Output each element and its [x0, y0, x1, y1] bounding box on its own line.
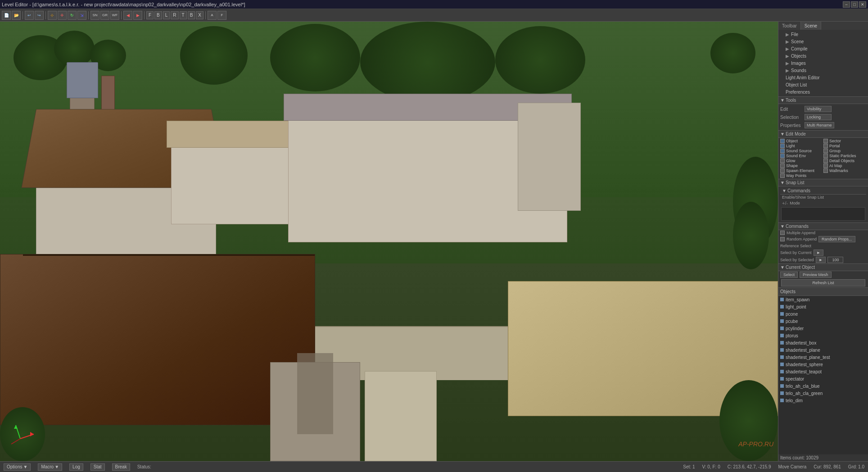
- new-button[interactable]: 📄: [2, 11, 11, 20]
- mode-detail-objects[interactable]: Detail Objects: [823, 159, 866, 163]
- refresh-list-button[interactable]: Refresh List: [781, 279, 865, 286]
- edit-mode-header[interactable]: ▼ Edit Mode: [778, 131, 868, 138]
- checkbox-sound-env[interactable]: [780, 154, 785, 158]
- locking-dropdown[interactable]: Locking: [805, 114, 832, 120]
- tools-header[interactable]: ▼ Tools: [778, 97, 868, 104]
- undo-button[interactable]: ↩: [25, 11, 34, 20]
- object-item-6[interactable]: shadertest_box: [778, 339, 868, 346]
- move-button[interactable]: ✛: [58, 11, 67, 20]
- mode-sound-source[interactable]: Sound Source: [780, 149, 823, 153]
- menu-compile[interactable]: ▶ Compile: [778, 45, 868, 52]
- object-item-4[interactable]: pcylinder: [778, 325, 868, 332]
- view-custom-button[interactable]: X: [196, 11, 203, 19]
- mode-wallmarks[interactable]: Wallmarks: [823, 168, 866, 173]
- menu-preferences[interactable]: Preferences: [778, 88, 868, 95]
- mode-sound-env[interactable]: Sound Env: [780, 154, 823, 158]
- macro-button[interactable]: Macro ▼: [38, 463, 62, 471]
- object-item-9[interactable]: shadertest_sphere: [778, 361, 868, 368]
- checkbox-wallmarks[interactable]: [823, 168, 828, 173]
- object-item-0[interactable]: item_spawn: [778, 296, 868, 303]
- grid-btn[interactable]: GR: [100, 11, 109, 20]
- select-by-selected-arrow[interactable]: ►: [816, 257, 826, 263]
- menu-images[interactable]: ▶ Images: [778, 59, 868, 67]
- mode-group[interactable]: Group: [823, 149, 866, 153]
- open-button[interactable]: 📂: [12, 11, 21, 20]
- select-button[interactable]: ⊹: [48, 11, 57, 20]
- object-item-11[interactable]: spectator: [778, 375, 868, 382]
- minimize-button[interactable]: –: [843, 1, 850, 8]
- checkbox-object[interactable]: [780, 139, 785, 143]
- toolbar-extra-1[interactable]: A: [208, 11, 217, 20]
- mode-light[interactable]: Light: [780, 144, 823, 148]
- menu-objects[interactable]: ▶ Objects: [778, 52, 868, 59]
- checkbox-group[interactable]: [823, 149, 828, 153]
- mode-portal[interactable]: Portal: [823, 144, 866, 148]
- checkbox-sector[interactable]: [823, 139, 828, 143]
- cam-speed-up[interactable]: ▶: [133, 11, 142, 20]
- checkbox-ai-map[interactable]: [823, 163, 828, 168]
- tab-scene[interactable]: Scene: [801, 22, 821, 30]
- view-right-button[interactable]: R: [171, 11, 178, 19]
- tab-toolbar[interactable]: Toolbar: [778, 22, 801, 30]
- select-by-current-arrow[interactable]: ►: [814, 250, 824, 256]
- snap-btn[interactable]: SN: [90, 11, 99, 20]
- checkbox-detail-objects[interactable]: [823, 159, 828, 163]
- menu-sounds[interactable]: ▶ Sounds: [778, 67, 868, 74]
- toolbar-extra-2[interactable]: F: [217, 11, 226, 20]
- object-item-3[interactable]: pcube: [778, 318, 868, 325]
- mode-spawn-element[interactable]: Spawn Element: [780, 168, 823, 173]
- rotate-button[interactable]: ↻: [68, 11, 77, 20]
- object-item-14[interactable]: telo_dim: [778, 397, 868, 404]
- object-item-7[interactable]: shadertest_plane: [778, 346, 868, 354]
- close-button[interactable]: ✕: [859, 1, 866, 8]
- menu-light-anim-editor[interactable]: Light Anim Editor: [778, 74, 868, 81]
- view-bottom-button[interactable]: B: [188, 11, 195, 19]
- object-item-10[interactable]: shadertest_teapot: [778, 368, 868, 375]
- view-top-button[interactable]: T: [180, 11, 187, 19]
- options-button[interactable]: Options ▼: [4, 463, 31, 471]
- view-back-button[interactable]: B: [154, 11, 162, 19]
- checkbox-way-points[interactable]: [780, 173, 785, 178]
- maximize-button[interactable]: □: [851, 1, 858, 8]
- mode-ai-map[interactable]: AI Map: [823, 163, 866, 168]
- checkbox-sound-source[interactable]: [780, 149, 785, 153]
- checkbox-glow[interactable]: [780, 159, 785, 163]
- mode-shape[interactable]: Shape: [780, 163, 823, 168]
- object-item-13[interactable]: telo_ah_cla_green: [778, 390, 868, 397]
- view-left-button[interactable]: L: [163, 11, 170, 19]
- log-button[interactable]: Log: [69, 463, 83, 471]
- checkbox-shape[interactable]: [780, 163, 785, 168]
- menu-file[interactable]: ▶ File: [778, 31, 868, 38]
- multi-rename-dropdown[interactable]: Multi Rename: [805, 122, 834, 128]
- commands-header[interactable]: ▼ Commands: [778, 223, 868, 230]
- menu-scene[interactable]: ▶ Scene: [778, 38, 868, 45]
- random-props-button[interactable]: Random Props...: [818, 236, 855, 242]
- percent-input[interactable]: 100: [827, 257, 843, 263]
- object-item-1[interactable]: light_point: [778, 303, 868, 310]
- random-append-check[interactable]: [780, 237, 785, 241]
- checkbox-light[interactable]: [780, 144, 785, 148]
- mode-way-points[interactable]: Way Points: [780, 173, 823, 178]
- wire-btn[interactable]: WF: [110, 11, 119, 20]
- mode-object[interactable]: Object: [780, 139, 823, 143]
- menu-object-list[interactable]: Object List: [778, 81, 868, 88]
- object-item-5[interactable]: ptorus: [778, 332, 868, 339]
- object-item-8[interactable]: shadertest_plane_test: [778, 354, 868, 361]
- object-item-2[interactable]: pcone: [778, 310, 868, 318]
- mode-sector[interactable]: Sector: [823, 139, 866, 143]
- mode-static-particles[interactable]: Static Particles: [823, 154, 866, 158]
- cam-speed-down[interactable]: ◀: [123, 11, 132, 20]
- scale-button[interactable]: ⇲: [77, 11, 86, 20]
- preview-mesh-button[interactable]: Preview Mesh: [800, 272, 832, 278]
- checkbox-static-particles[interactable]: [823, 154, 828, 158]
- object-item-12[interactable]: telo_ah_cla_blue: [778, 382, 868, 390]
- current-object-header[interactable]: ▼ Current Object: [778, 264, 868, 271]
- checkbox-portal[interactable]: [823, 144, 828, 148]
- view-front-button[interactable]: F: [146, 11, 154, 19]
- viewport[interactable]: AP-PRO.RU: [0, 22, 778, 461]
- mode-glow[interactable]: Glow: [780, 159, 823, 163]
- multiple-append-check[interactable]: [780, 231, 785, 235]
- snap-list-header[interactable]: ▼ Snap List: [778, 179, 868, 186]
- stat-button[interactable]: Stat: [90, 463, 105, 471]
- break-button[interactable]: Break: [112, 463, 130, 471]
